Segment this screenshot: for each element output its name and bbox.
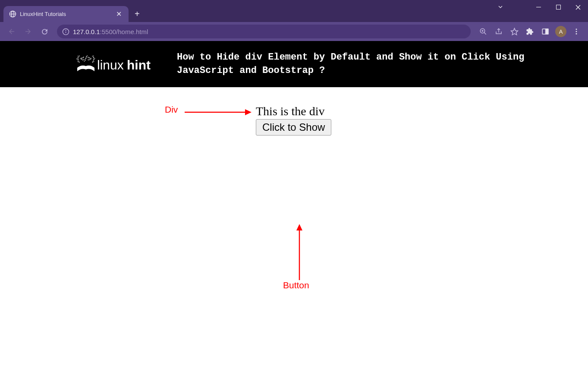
close-tab-icon[interactable]: ✕ (114, 10, 123, 18)
svg-text:linux: linux (97, 58, 124, 72)
browser-toolbar: 127.0.0.1:5500/home.html A (0, 22, 588, 41)
tab-dropdown-icon[interactable] (497, 3, 504, 12)
back-button[interactable] (4, 24, 19, 39)
svg-rect-3 (536, 7, 541, 7)
address-bar[interactable]: 127.0.0.1:5500/home.html (57, 25, 471, 38)
svg-text:hint: hint (127, 58, 151, 72)
page-content: This is the div Click to Show Div Button (0, 87, 588, 366)
svg-marker-26 (296, 224, 302, 230)
svg-point-19 (576, 33, 577, 35)
zoom-icon[interactable] (476, 24, 491, 39)
tab-title: LinuxHint Tutorials (20, 11, 114, 17)
close-window-button[interactable] (568, 0, 588, 14)
menu-icon[interactable] (569, 24, 584, 39)
url-host: 127.0.0.1 (73, 28, 100, 35)
svg-point-9 (66, 30, 66, 31)
svg-rect-16 (546, 29, 548, 34)
avatar: A (555, 26, 566, 37)
svg-text:{</>}: {</>} (76, 55, 95, 63)
page-title: How to Hide div Element by Default and S… (177, 51, 535, 78)
side-panel-icon[interactable] (538, 24, 553, 39)
extensions-icon[interactable] (522, 24, 537, 39)
reload-button[interactable] (37, 24, 52, 39)
new-tab-button[interactable]: + (129, 6, 146, 22)
svg-marker-14 (511, 28, 518, 35)
share-icon[interactable] (491, 24, 506, 39)
forward-button[interactable] (21, 24, 35, 39)
browser-titlebar: LinuxHint Tutorials ✕ + (0, 0, 588, 22)
minimize-button[interactable] (528, 0, 548, 14)
svg-marker-24 (245, 109, 252, 115)
linuxhint-logo: {</>} linux hint (75, 51, 162, 77)
svg-point-17 (576, 28, 577, 30)
annotation-button-label: Button (283, 280, 309, 290)
globe-icon (9, 10, 16, 18)
show-button[interactable]: Click to Show (256, 119, 331, 136)
arrow-div-icon (185, 108, 252, 116)
browser-tab[interactable]: LinuxHint Tutorials ✕ (3, 6, 129, 22)
svg-line-11 (484, 32, 486, 35)
annotation-div-label: Div (165, 104, 178, 115)
url-path: /home.html (116, 28, 148, 35)
toolbar-right: A (476, 24, 584, 39)
page-header: {</>} linux hint How to Hide div Element… (0, 41, 588, 87)
content-area: This is the div Click to Show (256, 104, 331, 136)
url-port: :5500 (100, 28, 116, 35)
arrow-button-icon (296, 224, 303, 280)
avatar-letter: A (559, 28, 563, 35)
demo-div: This is the div (256, 104, 331, 118)
maximize-button[interactable] (548, 0, 568, 14)
profile-avatar[interactable]: A (553, 24, 568, 39)
bookmark-star-icon[interactable] (507, 24, 522, 39)
window-controls (528, 0, 588, 14)
svg-point-18 (576, 31, 577, 32)
svg-rect-4 (556, 5, 560, 9)
info-icon[interactable] (62, 28, 69, 35)
